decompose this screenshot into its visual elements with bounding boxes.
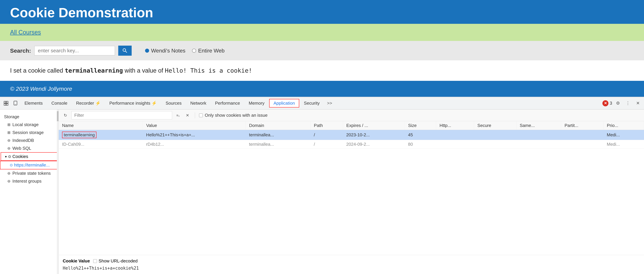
col-value[interactable]: Value: [143, 121, 246, 130]
cell-value: Hello%21++This+is+a+...: [143, 130, 246, 140]
cell-partition-2: [561, 140, 604, 149]
db-icon-interest: ⊖: [8, 179, 10, 184]
site-title: Cookie Demonstration: [10, 5, 634, 20]
sidebar-scroll-thumb[interactable]: [57, 111, 58, 121]
tab-application[interactable]: Application: [269, 99, 299, 108]
col-path[interactable]: Path: [310, 121, 343, 130]
sidebar-item-private-state-tokens[interactable]: ⊖ Private state tokens: [0, 169, 58, 177]
radio-wendis-notes[interactable]: Wendi's Notes: [145, 48, 186, 54]
cell-http: [436, 130, 474, 140]
radio-group: Wendi's Notes Entire Web: [145, 48, 224, 54]
cell-same: [516, 130, 561, 140]
devtools-main-content: ↻ ≡ₓ ✕ Only show cookies with an issue: [59, 110, 644, 274]
sidebar-item-cookies-url[interactable]: ⊙ https://terminalle...: [0, 161, 58, 169]
search-button[interactable]: [118, 46, 132, 56]
db-icon-private: ⊖: [8, 171, 10, 176]
filter-input[interactable]: [72, 111, 172, 120]
cell-same-2: [516, 140, 561, 149]
table-row[interactable]: ID-Cah09... rD4b12... terminallea... / 2…: [59, 140, 644, 149]
col-name[interactable]: Name: [59, 121, 143, 130]
tab-more-button[interactable]: >>: [324, 99, 335, 107]
col-expires[interactable]: Expires / ...: [343, 121, 405, 130]
tab-recorder[interactable]: Recorder ⚡: [72, 99, 105, 107]
tab-sources[interactable]: Sources: [162, 99, 186, 107]
show-url-decoded-label[interactable]: Show URL-decoded: [93, 258, 138, 264]
search-label: Search:: [10, 48, 31, 54]
tab-performance-insights[interactable]: Performance insights ⚡: [105, 99, 161, 107]
svg-point-5: [15, 104, 16, 105]
clear-filter-button[interactable]: ≡ₓ: [175, 112, 182, 119]
cell-priority: Medi...: [604, 130, 644, 140]
sidebar-item-cookies[interactable]: ▾ ⊙ Cookies: [1, 152, 58, 161]
devtools-panel: Elements Console Recorder ⚡ Performance …: [0, 97, 644, 274]
search-bar-area: Search: Wendi's Notes Entire Web: [0, 41, 644, 60]
cell-expires: 2023-10-2...: [343, 130, 405, 140]
grid-icon-session: ⊞: [8, 130, 10, 135]
devtools-right-icons: ✕ 3 ⚙ ⋮ ✕: [602, 99, 642, 108]
cookie-detail-value: Hello%21++This+is+a+cookie%21: [63, 266, 640, 271]
cell-size-2: 80: [405, 140, 436, 149]
devtools-tabs-bar: Elements Console Recorder ⚡ Performance …: [0, 97, 644, 110]
element-picker-icon[interactable]: [2, 99, 10, 108]
sidebar-item-session-storage[interactable]: ⊞ Session storage: [0, 128, 58, 136]
col-size[interactable]: Size: [405, 121, 436, 130]
expand-arrow-cookies: ▾: [5, 154, 7, 159]
cell-expires-2: 2024-09-2...: [343, 140, 405, 149]
radio-entire-web[interactable]: Entire Web: [192, 48, 224, 54]
col-domain[interactable]: Domain: [246, 121, 310, 130]
sidebar-item-web-sql[interactable]: ⊖ Web SQL: [0, 144, 58, 152]
cookie-name: terminallearning: [65, 67, 123, 74]
cell-path-2: /: [310, 140, 343, 149]
table-row[interactable]: terminallearning Hello%21++This+is+a+...…: [59, 130, 644, 140]
show-url-decoded-checkbox[interactable]: [93, 259, 97, 263]
cookies-table-wrapper[interactable]: Name Value Domain Path Expires / ... Siz…: [59, 121, 644, 255]
radio-dot-wendis: [145, 49, 149, 53]
only-show-issues-checkbox[interactable]: [199, 114, 203, 117]
devtools-more-icon[interactable]: ⋮: [624, 99, 632, 108]
svg-rect-0: [4, 101, 6, 103]
cookie-detail-panel: Cookie Value Show URL-decoded Hello%21++…: [59, 255, 644, 274]
cookies-table-body: terminallearning Hello%21++This+is+a+...…: [59, 130, 644, 149]
tab-memory[interactable]: Memory: [245, 99, 268, 107]
cell-name-2: ID-Cah09...: [59, 140, 143, 149]
col-same[interactable]: Same...: [516, 121, 561, 130]
cookie-icon: ⊙: [8, 154, 11, 159]
cell-size: 45: [405, 130, 436, 140]
cookie-detail-header: Cookie Value Show URL-decoded: [63, 258, 640, 264]
delete-cookie-button[interactable]: ✕: [184, 112, 191, 119]
cell-http-2: [436, 140, 474, 149]
sidebar-item-interest-groups[interactable]: ⊖ Interest groups: [0, 177, 58, 185]
sidebar-scrollbar[interactable]: [57, 110, 58, 274]
cell-domain-2: terminallea...: [246, 140, 310, 149]
error-count-badge: ✕: [602, 100, 608, 106]
green-banner: All Courses: [0, 24, 644, 41]
search-input[interactable]: [34, 46, 115, 55]
col-partition[interactable]: Partit...: [561, 121, 604, 130]
tab-performance[interactable]: Performance: [211, 99, 244, 107]
devtools-body: Storage ⊞ Local storage ⊞ Session storag…: [0, 110, 644, 274]
db-icon-websql: ⊖: [8, 146, 10, 150]
cookie-name-cell: terminallearning: [62, 132, 96, 138]
col-secure[interactable]: Secure: [474, 121, 516, 130]
cell-secure-2: [474, 140, 516, 149]
db-icon-indexed: ⊖: [8, 138, 10, 143]
radio-dot-entire: [192, 49, 196, 53]
cookies-table: Name Value Domain Path Expires / ... Siz…: [59, 121, 644, 149]
col-priority[interactable]: Prio...: [604, 121, 644, 130]
close-devtools-icon[interactable]: ✕: [634, 99, 642, 108]
all-courses-link[interactable]: All Courses: [10, 29, 41, 36]
tab-console[interactable]: Console: [47, 99, 71, 107]
cookie-url-icon: ⊙: [10, 163, 13, 167]
only-show-issues-label[interactable]: Only show cookies with an issue: [199, 113, 268, 118]
sidebar-item-indexed-db[interactable]: ⊖ IndexedDB: [0, 136, 58, 144]
tab-elements[interactable]: Elements: [20, 99, 46, 107]
col-http[interactable]: Http...: [436, 121, 474, 130]
tab-security[interactable]: Security: [300, 99, 324, 107]
svg-rect-3: [6, 104, 8, 105]
svg-rect-2: [4, 104, 6, 105]
tab-network[interactable]: Network: [186, 99, 210, 107]
device-toolbar-icon[interactable]: [11, 99, 20, 108]
refresh-button[interactable]: ↻: [62, 112, 69, 119]
sidebar-item-local-storage[interactable]: ⊞ Local storage: [0, 121, 58, 128]
settings-icon[interactable]: ⚙: [614, 99, 622, 108]
